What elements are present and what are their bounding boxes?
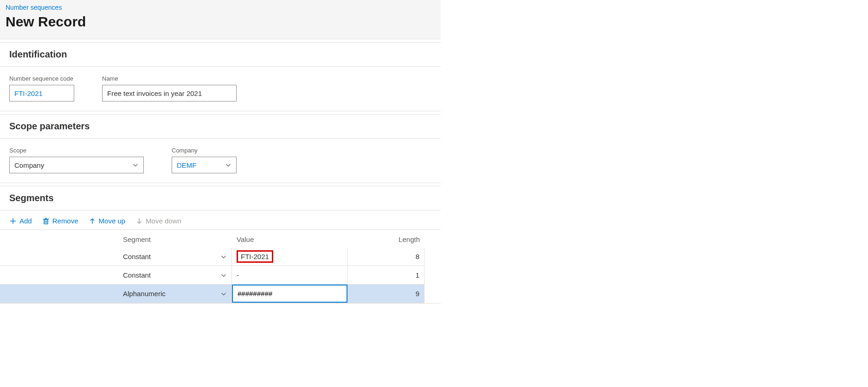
cell-length[interactable]: 8 [348, 247, 424, 266]
section-identification: Identification Number sequence code Name [0, 42, 441, 111]
arrow-up-icon [89, 217, 96, 225]
cell-segment[interactable]: Constant [118, 266, 232, 285]
segments-toolbar: Add Remove Move up Move down [0, 210, 441, 229]
cell-segment[interactable]: Constant [118, 247, 232, 266]
field-name: Name [102, 75, 237, 102]
highlighted-value: FTI-2021 [237, 250, 273, 263]
cell-value[interactable] [232, 285, 348, 303]
grid-header: Segment Value Length [0, 230, 441, 247]
table-row[interactable]: Constant - 1 [0, 266, 441, 285]
input-name[interactable] [102, 85, 237, 102]
add-button[interactable]: Add [9, 217, 32, 225]
move-up-label: Move up [99, 217, 126, 225]
cell-value[interactable]: FTI-2021 [232, 247, 348, 266]
row-selector[interactable] [0, 285, 118, 303]
select-scope[interactable]: Company [9, 157, 144, 173]
cell-segment[interactable]: Alphanumeric [118, 285, 232, 303]
col-header-length[interactable]: Length [348, 230, 424, 248]
move-up-button[interactable]: Move up [89, 217, 126, 225]
field-number-sequence-code: Number sequence code [9, 75, 74, 102]
row-selector[interactable] [0, 247, 118, 266]
chevron-down-icon [225, 162, 231, 168]
cell-value[interactable]: - [232, 266, 348, 285]
page-header: Number sequences New Record [0, 0, 441, 39]
arrow-down-icon [135, 217, 143, 225]
segment-value: Constant [123, 271, 220, 279]
chevron-down-icon [220, 254, 227, 260]
label-scope: Scope [9, 147, 144, 154]
move-down-button[interactable]: Move down [135, 217, 181, 225]
segments-grid: Segment Value Length Constant FTI-2021 8 [0, 229, 441, 303]
chevron-down-icon [220, 291, 227, 297]
value-editor-input[interactable] [232, 285, 347, 303]
label-number-sequence-code: Number sequence code [9, 75, 74, 82]
section-segments: Segments Add Remove Move up [0, 186, 441, 304]
breadcrumb[interactable]: Number sequences [6, 4, 435, 11]
input-number-sequence-code[interactable] [9, 85, 74, 102]
select-company[interactable]: DEMF [172, 157, 237, 173]
cell-length[interactable]: 1 [348, 266, 424, 285]
cell-length[interactable]: 9 [348, 285, 424, 303]
select-company-value: DEMF [177, 161, 197, 169]
trash-icon [42, 217, 50, 225]
segment-value: Constant [123, 253, 220, 260]
table-row[interactable]: Constant FTI-2021 8 [0, 247, 441, 266]
section-title-segments[interactable]: Segments [0, 186, 441, 210]
col-header-value[interactable]: Value [232, 230, 348, 248]
section-scope: Scope parameters Scope Company Company D… [0, 114, 441, 183]
select-scope-value: Company [14, 161, 44, 169]
segment-value: Alphanumeric [123, 290, 220, 298]
label-name: Name [102, 75, 237, 82]
field-company: Company DEMF [172, 147, 237, 173]
table-row[interactable]: Alphanumeric 9 [0, 285, 441, 303]
remove-button[interactable]: Remove [42, 217, 78, 225]
label-company: Company [172, 147, 237, 154]
chevron-down-icon [220, 272, 227, 279]
chevron-down-icon [132, 162, 139, 168]
add-label: Add [19, 217, 32, 225]
remove-label: Remove [52, 217, 78, 225]
row-selector[interactable] [0, 266, 118, 285]
field-scope: Scope Company [9, 147, 144, 173]
svg-rect-2 [44, 220, 48, 224]
col-header-segment[interactable]: Segment [118, 230, 232, 248]
grid-header-spacer [0, 230, 118, 247]
plus-icon [9, 217, 17, 225]
section-title-identification[interactable]: Identification [0, 43, 441, 67]
move-down-label: Move down [146, 217, 181, 225]
section-title-scope[interactable]: Scope parameters [0, 114, 441, 139]
page-title: New Record [6, 14, 435, 30]
